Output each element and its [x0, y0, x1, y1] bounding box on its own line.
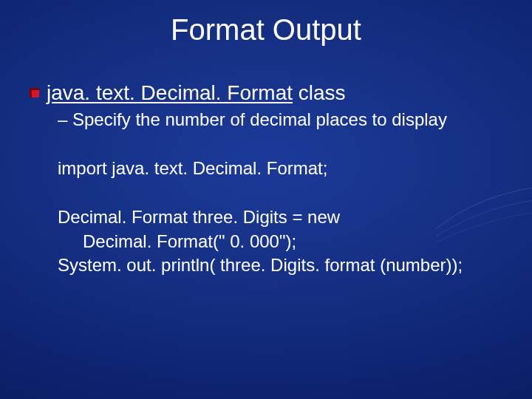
square-bullet-icon: [30, 88, 39, 98]
code-import-line: import java. text. Decimal. Format;: [58, 157, 510, 180]
code-declaration-continuation: Decimal. Format(" 0. 000");: [58, 230, 510, 253]
bullet-text: java. text. Decimal. Format class: [47, 81, 346, 105]
blank-line: [58, 180, 510, 205]
class-word: class: [293, 81, 346, 104]
sub-bullet: – Specify the number of decimal places t…: [58, 109, 510, 130]
slide-body: java. text. Decimal. Format class – Spec…: [30, 81, 510, 278]
slide-title: Format Output: [0, 13, 532, 47]
code-println-line: System. out. println( three. Digits. for…: [58, 253, 510, 277]
slide: Format Output java. text. Decimal. Forma…: [0, 0, 532, 399]
bullet-level1: java. text. Decimal. Format class: [30, 81, 510, 105]
code-declaration-line: Decimal. Format three. Digits = new: [58, 205, 510, 229]
code-block: import java. text. Decimal. Format; Deci…: [58, 157, 510, 278]
class-name-underlined: java. text. Decimal. Format: [47, 81, 293, 104]
